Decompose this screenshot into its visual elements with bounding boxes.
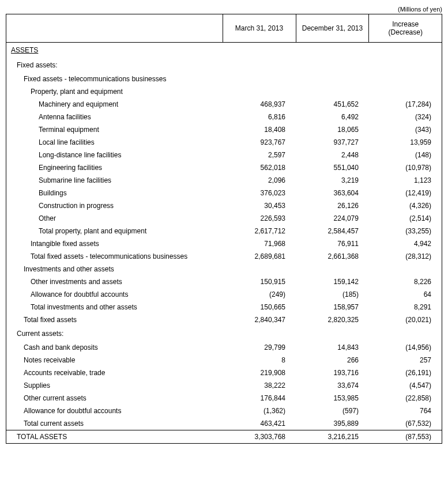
cell: 219,908 [223, 366, 296, 379]
cell: 3,303,768 [223, 430, 296, 444]
cell: 2,661,368 [296, 250, 369, 263]
row-label: Other current assets [6, 392, 223, 405]
cell: 363,604 [296, 187, 369, 199]
row-label: Total fixed assets - telecommunications … [6, 250, 223, 263]
cell: 2,820,325 [296, 313, 369, 326]
cell: 1,123 [369, 174, 442, 187]
cell: (185) [296, 288, 369, 301]
cell: 8 [223, 354, 296, 366]
table-row: Property, plant and equipment [6, 85, 442, 98]
cell: 71,968 [223, 237, 296, 250]
table-row: Terminal equipment 18,408 18,065 (343) [6, 123, 442, 136]
cell: (343) [369, 123, 442, 136]
table-row: Other investments and assets 150,915 159… [6, 275, 442, 288]
cell: (67,532) [369, 417, 442, 430]
cell: 38,222 [223, 379, 296, 392]
row-label: Total investments and other assets [6, 301, 223, 313]
row-label: Accounts receivable, trade [6, 366, 223, 379]
cell: (12,419) [369, 187, 442, 199]
cell: 76,911 [296, 237, 369, 250]
table-row: Total current assets 463,421 395,889 (67… [6, 417, 442, 430]
cell: 193,716 [296, 366, 369, 379]
assets-heading: ASSETS [11, 46, 38, 54]
table-row: Fixed assets: [6, 58, 442, 73]
row-label: TOTAL ASSETS [6, 430, 223, 444]
cell: 8,226 [369, 275, 442, 288]
cell: (26,191) [369, 366, 442, 379]
cell: 266 [296, 354, 369, 366]
cell: 26,126 [296, 199, 369, 212]
table-row: Total investments and other assets 150,6… [6, 301, 442, 313]
table-row: Total property, plant and equipment 2,61… [6, 225, 442, 237]
cell: (28,312) [369, 250, 442, 263]
cell: 33,674 [296, 379, 369, 392]
total-assets-row: TOTAL ASSETS 3,303,768 3,216,215 (87,553… [6, 430, 442, 444]
row-label: Allowance for doubtful accounts [6, 288, 223, 301]
row-label: Other [6, 212, 223, 225]
cell: 158,957 [296, 301, 369, 313]
cell: (20,021) [369, 313, 442, 326]
row-label: Total fixed assets [6, 313, 223, 326]
cell: 6,816 [223, 111, 296, 123]
row-label: Submarine line facilities [6, 174, 223, 187]
table-row: Current assets: [6, 326, 442, 341]
cell: (2,514) [369, 212, 442, 225]
table-row: Total fixed assets - telecommunications … [6, 250, 442, 263]
cell: 2,597 [223, 149, 296, 161]
cell: 451,652 [296, 98, 369, 111]
cell: 159,142 [296, 275, 369, 288]
cell: 3,216,215 [296, 430, 369, 444]
cell: 551,040 [296, 161, 369, 174]
row-label: Engineering facilities [6, 161, 223, 174]
fixed-assets-label: Fixed assets: [6, 58, 223, 73]
header-col3: Increase (Decrease) [369, 14, 442, 43]
cell: 176,844 [223, 392, 296, 405]
table-row: Cash and bank deposits 29,799 14,843 (14… [6, 341, 442, 354]
cell: (14,956) [369, 341, 442, 354]
cell: (4,326) [369, 199, 442, 212]
cell: 2,617,712 [223, 225, 296, 237]
cell: 937,727 [296, 136, 369, 149]
row-label: Allowance for doubtful accounts [6, 405, 223, 417]
cell: 2,689,681 [223, 250, 296, 263]
table-row: Local line facilities 923,767 937,727 13… [6, 136, 442, 149]
cell: 64 [369, 288, 442, 301]
cell: (1,362) [223, 405, 296, 417]
row-label: Long-distance line facilities [6, 149, 223, 161]
cell: 150,915 [223, 275, 296, 288]
cell: 153,985 [296, 392, 369, 405]
cell: 764 [369, 405, 442, 417]
cell: 8,291 [369, 301, 442, 313]
cell: 923,767 [223, 136, 296, 149]
cell: 4,942 [369, 237, 442, 250]
fa-telecom-label: Fixed assets - telecommunications busine… [6, 73, 223, 85]
header-empty [6, 14, 223, 43]
header-col1: March 31, 2013 [223, 14, 296, 43]
unit-label: (Millions of yen) [6, 6, 442, 13]
table-row: Construction in progress 30,453 26,126 (… [6, 199, 442, 212]
inv-other-label: Investments and other assets [6, 263, 223, 275]
cell: (33,255) [369, 225, 442, 237]
cell: 18,408 [223, 123, 296, 136]
cell: 14,843 [296, 341, 369, 354]
cell: 226,593 [223, 212, 296, 225]
cell: (17,284) [369, 98, 442, 111]
row-label: Total property, plant and equipment [6, 225, 223, 237]
row-label: Construction in progress [6, 199, 223, 212]
table-row: Allowance for doubtful accounts (1,362) … [6, 405, 442, 417]
cell: 224,079 [296, 212, 369, 225]
row-label: Buildings [6, 187, 223, 199]
cell: (324) [369, 111, 442, 123]
cell: 29,799 [223, 341, 296, 354]
table-row: Antenna facilities 6,816 6,492 (324) [6, 111, 442, 123]
row-label: Machinery and equipment [6, 98, 223, 111]
cell: 18,065 [296, 123, 369, 136]
row-label: Supplies [6, 379, 223, 392]
table-row: Fixed assets - telecommunications busine… [6, 73, 442, 85]
row-label: Terminal equipment [6, 123, 223, 136]
row-label: Antenna facilities [6, 111, 223, 123]
cell: 13,959 [369, 136, 442, 149]
table-row: Other 226,593 224,079 (2,514) [6, 212, 442, 225]
table-row: Long-distance line facilities 2,597 2,44… [6, 149, 442, 161]
assets-section-row: ASSETS [6, 43, 442, 58]
